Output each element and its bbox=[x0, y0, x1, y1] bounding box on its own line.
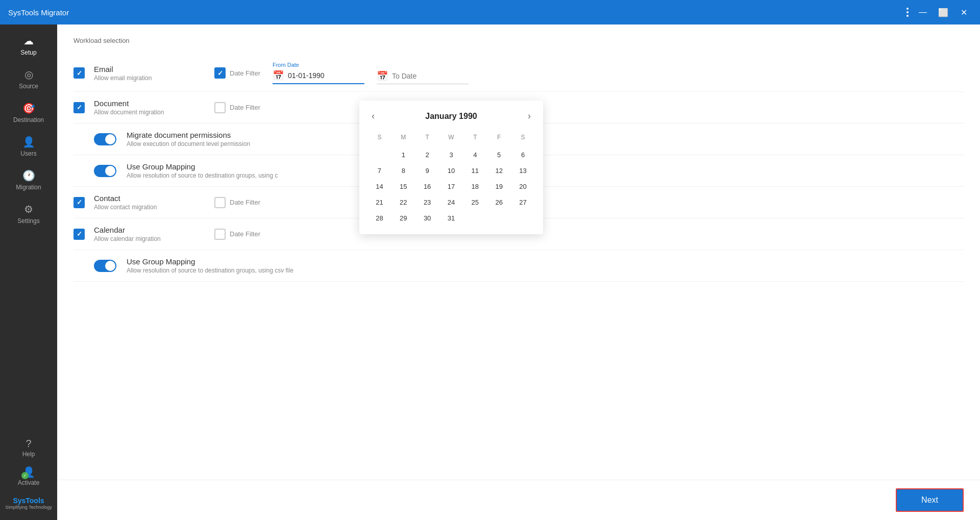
calendar-checkbox-wrap bbox=[74, 229, 94, 240]
cal-day-10[interactable]: 10 bbox=[439, 163, 463, 179]
cal-day-9[interactable]: 9 bbox=[415, 163, 439, 179]
to-date-field: 📅 bbox=[377, 70, 469, 84]
email-date-filter-wrap: Date Filter bbox=[214, 67, 260, 79]
group-mapping-cal-name: Use Group Mapping bbox=[127, 257, 293, 266]
cal-day-28[interactable]: 28 bbox=[368, 210, 391, 226]
date-fields: From Date 📅 📅 bbox=[273, 62, 469, 84]
group-mapping-doc-name: Use Group Mapping bbox=[127, 162, 278, 171]
help-icon: ? bbox=[26, 438, 31, 450]
from-date-input[interactable] bbox=[288, 71, 349, 80]
from-date-calendar-icon[interactable]: 📅 bbox=[273, 70, 284, 81]
cal-day-2[interactable]: 2 bbox=[415, 147, 439, 163]
cal-day-25[interactable]: 25 bbox=[463, 194, 487, 210]
cal-day-17[interactable]: 17 bbox=[439, 179, 463, 194]
migrate-doc-permissions-toggle[interactable] bbox=[94, 133, 116, 145]
app-body: ☁ Setup ◎ Source 🎯 Destination 👤 Users 🕐… bbox=[0, 24, 980, 520]
email-date-filter-checkbox[interactable] bbox=[214, 67, 226, 79]
document-checkbox[interactable] bbox=[74, 102, 85, 113]
calendar-checkbox[interactable] bbox=[74, 229, 85, 240]
email-checkbox[interactable] bbox=[74, 67, 85, 79]
contact-checkbox[interactable] bbox=[74, 197, 85, 208]
cal-day-13[interactable]: 13 bbox=[511, 163, 535, 179]
cal-day-3[interactable]: 3 bbox=[439, 147, 463, 163]
migrate-doc-permissions-toggle-wrap bbox=[94, 133, 118, 145]
cal-day-empty bbox=[368, 147, 391, 163]
cal-day-22[interactable]: 22 bbox=[391, 194, 415, 210]
sidebar-logo: SysTools Simplifying Technology bbox=[0, 490, 57, 516]
cal-day-15[interactable]: 15 bbox=[391, 179, 415, 194]
sidebar-item-migration-label: Migration bbox=[16, 184, 41, 191]
sidebar-item-settings[interactable]: ⚙ Settings bbox=[0, 197, 57, 231]
sidebar-activate[interactable]: 👤 ✓ Activate bbox=[0, 462, 57, 490]
cal-day-24[interactable]: 24 bbox=[439, 194, 463, 210]
group-mapping-cal-toggle[interactable] bbox=[94, 260, 116, 272]
cal-day-16[interactable]: 16 bbox=[415, 179, 439, 194]
logo-text: SysTools bbox=[13, 497, 44, 505]
next-button[interactable]: Next bbox=[896, 488, 964, 512]
cal-day-30[interactable]: 30 bbox=[415, 210, 439, 226]
cal-day-27[interactable]: 27 bbox=[511, 194, 535, 210]
cal-day-empty bbox=[511, 210, 535, 226]
cal-day-14[interactable]: 14 bbox=[368, 179, 391, 194]
contact-date-filter-checkbox[interactable] bbox=[214, 197, 226, 208]
sidebar-item-source[interactable]: ◎ Source bbox=[0, 62, 57, 96]
cal-day-21[interactable]: 21 bbox=[368, 194, 391, 210]
to-date-input[interactable] bbox=[392, 72, 453, 80]
migration-icon: 🕐 bbox=[22, 169, 35, 182]
migrate-doc-permissions-name: Migrate document permissions bbox=[127, 131, 250, 139]
cal-day-20[interactable]: 20 bbox=[511, 179, 535, 194]
cal-day-6[interactable]: 6 bbox=[511, 147, 535, 163]
cal-day-label-s1: S bbox=[368, 132, 391, 143]
cal-day-1[interactable]: 1 bbox=[391, 147, 415, 163]
email-checkbox-wrap bbox=[74, 67, 94, 79]
calendar-date-filter-label: Date Filter bbox=[230, 230, 260, 238]
document-checkbox-wrap bbox=[74, 102, 94, 113]
email-date-filter-label: Date Filter bbox=[230, 69, 260, 77]
cal-day-31[interactable]: 31 bbox=[439, 210, 463, 226]
cal-day-29[interactable]: 29 bbox=[391, 210, 415, 226]
document-date-filter-label: Date Filter bbox=[230, 104, 260, 111]
document-name: Document bbox=[94, 99, 206, 108]
group-mapping-doc-desc: Allow resolution of source to destinatio… bbox=[127, 172, 278, 179]
cal-day-4[interactable]: 4 bbox=[463, 147, 487, 163]
calendar-date-filter-wrap: Date Filter bbox=[214, 229, 260, 240]
cal-day-8[interactable]: 8 bbox=[391, 163, 415, 179]
cal-prev-button[interactable]: ‹ bbox=[368, 109, 379, 123]
calendar-date-filter-checkbox[interactable] bbox=[214, 229, 226, 240]
cal-day-11[interactable]: 11 bbox=[463, 163, 487, 179]
group-mapping-doc-label: Use Group Mapping Allow resolution of so… bbox=[127, 162, 278, 179]
group-mapping-doc-toggle[interactable] bbox=[94, 165, 116, 177]
cal-day-empty bbox=[487, 210, 511, 226]
minimize-button[interactable]: — bbox=[915, 4, 931, 20]
cal-day-label-t1: T bbox=[415, 132, 439, 143]
main-content: Workload selection Email Allow email mig… bbox=[57, 24, 980, 520]
document-date-filter-checkbox[interactable] bbox=[214, 102, 226, 113]
sidebar-item-setup[interactable]: ☁ Setup bbox=[0, 29, 57, 62]
cal-days-header: S M T W T F S bbox=[368, 132, 535, 143]
contact-desc: Allow contact migration bbox=[94, 204, 206, 211]
close-button[interactable]: ✕ bbox=[955, 4, 972, 20]
activate-label: Activate bbox=[18, 479, 40, 486]
cal-day-12[interactable]: 12 bbox=[487, 163, 511, 179]
sidebar-item-destination[interactable]: 🎯 Destination bbox=[0, 96, 57, 130]
to-date-calendar-icon[interactable]: 📅 bbox=[377, 70, 388, 82]
cal-day-19[interactable]: 19 bbox=[487, 179, 511, 194]
sidebar-item-users[interactable]: 👤 Users bbox=[0, 130, 57, 163]
cal-day-18[interactable]: 18 bbox=[463, 179, 487, 194]
cal-next-button[interactable]: › bbox=[524, 109, 535, 123]
sidebar-item-migration[interactable]: 🕐 Migration bbox=[0, 163, 57, 197]
group-mapping-cal-desc: Allow resolution of source to destinatio… bbox=[127, 267, 293, 274]
titlebar: SysTools Migrator — ⬜ ✕ bbox=[0, 0, 980, 24]
sidebar-help[interactable]: ? Help bbox=[0, 434, 57, 462]
cal-day-23[interactable]: 23 bbox=[415, 194, 439, 210]
sidebar-item-settings-label: Settings bbox=[17, 217, 39, 225]
maximize-button[interactable]: ⬜ bbox=[935, 4, 951, 20]
cal-day-26[interactable]: 26 bbox=[487, 194, 511, 210]
from-date-label: From Date bbox=[273, 62, 364, 68]
more-button[interactable] bbox=[904, 6, 911, 19]
cal-day-5[interactable]: 5 bbox=[487, 147, 511, 163]
cal-day-7[interactable]: 7 bbox=[368, 163, 391, 179]
sidebar-item-users-label: Users bbox=[20, 150, 36, 157]
to-date-row: 📅 bbox=[377, 70, 469, 84]
bottom-bar: Next bbox=[57, 480, 980, 520]
